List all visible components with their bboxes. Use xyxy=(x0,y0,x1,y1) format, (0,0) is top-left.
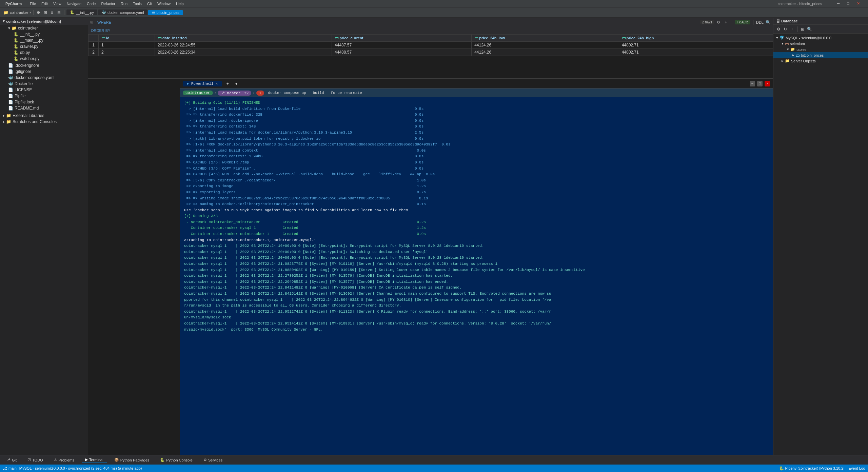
db-search-btn[interactable]: 🔍 xyxy=(806,26,812,32)
window-title: cointracker - bitcoin_prices xyxy=(775,1,825,6)
right-panel-header: 🗄 Database xyxy=(773,18,868,25)
tree-db[interactable]: ▾ 🗃 selenium xyxy=(773,41,868,46)
ps-maximize-btn[interactable]: □ xyxy=(757,81,763,86)
col-price-high[interactable]: 🗃 price_24h_high xyxy=(619,35,773,42)
file-crawler-py[interactable]: 🐍 crawler.py xyxy=(0,43,88,50)
tree-tables[interactable]: ▾ 📁 tables xyxy=(773,46,868,52)
cell-price-high-2[interactable]: 44802.71 xyxy=(619,49,773,56)
search-db-btn[interactable]: 🔍 xyxy=(765,19,771,25)
file-init-py[interactable]: 🐍 __init__.py xyxy=(0,31,88,37)
ps-command: docker compose up --build --force-recrea… xyxy=(268,91,362,95)
project-chevron-icon[interactable]: ▾ xyxy=(29,11,31,14)
tree-server[interactable]: ▾ 🐬 MySQL - selenium@0.0.0.0 xyxy=(773,35,868,41)
file-docker-compose[interactable]: 🐳 docker-compose.yaml xyxy=(0,75,88,81)
tab-git[interactable]: ⎇ Git xyxy=(3,457,20,463)
tree-bitcoin-prices[interactable]: ▸ 🗃 bitcoin_prices xyxy=(773,52,868,58)
cell-id-1[interactable]: 1 xyxy=(99,42,155,49)
tab-problems[interactable]: ⚠ Problems xyxy=(51,457,78,463)
terminal-line: => [internal] load build definition from… xyxy=(184,106,769,112)
tab-docker-compose[interactable]: 🐳 docker-compose.yaml xyxy=(98,9,147,15)
col-date[interactable]: 🗃 date_inserted xyxy=(155,35,332,42)
ps-dropdown-btn[interactable]: ▾ xyxy=(233,81,239,87)
cell-price-low-1[interactable]: 44124.26 xyxy=(472,42,619,49)
ps-tab-powershell[interactable]: ▶ PowerShell ✕ xyxy=(183,81,222,86)
tab-todo[interactable]: ☑ TODO xyxy=(24,457,46,463)
folder-cointracker[interactable]: ▾ 📁 cointracker xyxy=(0,25,88,31)
tab-init-py[interactable]: 🐍 __init__.py xyxy=(66,9,97,15)
file-pipfile-lock[interactable]: 📄 Pipfile.lock xyxy=(0,99,88,105)
col-price-current[interactable]: 🗃 price_current xyxy=(332,35,472,42)
layout-btn[interactable]: ⊞ xyxy=(42,9,48,16)
menu-view[interactable]: View xyxy=(51,1,64,6)
event-log-status[interactable]: Event Log xyxy=(848,466,865,470)
minimize-btn[interactable]: ─ xyxy=(834,1,843,6)
tab-python-console[interactable]: 🐍 Python Console xyxy=(157,457,196,463)
file-gitignore[interactable]: 📄 .gitignore xyxy=(0,68,88,75)
file-pipfile[interactable]: 📄 Pipfile xyxy=(0,93,88,99)
file-db-py[interactable]: 🐍 db.py xyxy=(0,50,88,56)
db-settings-btn[interactable]: ⚙ xyxy=(775,26,782,32)
tab-terminal[interactable]: ▶ Terminal xyxy=(82,457,107,463)
maximize-btn[interactable]: □ xyxy=(844,1,852,6)
menu-git[interactable]: Git xyxy=(144,1,155,6)
cell-price-current-2[interactable]: 44488.57 xyxy=(332,49,472,56)
file-dockerignore[interactable]: 📄 .dockerignore xyxy=(0,62,88,68)
menu-run[interactable]: Run xyxy=(118,1,130,6)
refresh-btn[interactable]: ↻ xyxy=(715,19,722,25)
terminal-line: cointracker-mysql-1 | 2022-03-26T22:24:1… xyxy=(184,243,769,249)
db-add-btn[interactable]: + xyxy=(789,26,795,32)
status-bar: ⎇ main MySQL - selenium@0.0.0.0 · synchr… xyxy=(0,465,868,472)
cell-price-low-2[interactable]: 44124.26 xyxy=(472,49,619,56)
ps-minimize-btn[interactable]: ─ xyxy=(750,81,755,86)
database-icon: 🗃 xyxy=(785,42,789,46)
git-status[interactable]: ⎇ main xyxy=(3,466,17,471)
menu-code[interactable]: Code xyxy=(84,1,98,6)
close-btn[interactable]: ✕ xyxy=(854,1,863,6)
menu-window[interactable]: Window xyxy=(155,1,173,6)
cell-date-1[interactable]: 2022-03-26 22:24:55 xyxy=(155,42,332,49)
cell-date-2[interactable]: 2022-03-26 22:25:34 xyxy=(155,49,332,56)
cell-price-high-1[interactable]: 44802.71 xyxy=(619,42,773,49)
db-filter-btn[interactable]: ⊞ xyxy=(800,26,806,32)
ddl-btn[interactable]: DDL xyxy=(756,20,764,24)
file-readme[interactable]: 📄 README.md xyxy=(0,105,88,111)
cell-price-current-1[interactable]: 44487.57 xyxy=(332,42,472,49)
ps-output[interactable]: [+] Building 6.1s (11/11) FINISHED => [i… xyxy=(180,97,773,455)
collapse-btn[interactable]: ⊟ xyxy=(56,9,62,16)
table-row[interactable]: 1 1 2022-03-26 22:24:55 44487.57 44124.2… xyxy=(88,42,773,49)
folder-scratches[interactable]: ▸ 📁 Scratches and Consoles xyxy=(0,119,88,125)
db-refresh-btn[interactable]: ↻ xyxy=(782,26,788,32)
folder-external-libraries[interactable]: ▸ 📁 External Libraries xyxy=(0,113,88,119)
col-price-low[interactable]: 🗃 price_24h_low xyxy=(472,35,619,42)
menu-refactor[interactable]: Refactor xyxy=(98,1,118,6)
col-id[interactable]: 🗃 id xyxy=(99,35,155,42)
python-env-status[interactable]: 🐍 Pipenv (cointracker) [Python 3.10.2] xyxy=(779,466,845,471)
menu-navigate[interactable]: Navigate xyxy=(64,1,84,6)
terminal-line: cointracker-mysql-1 | 2022-03-26T22:24:2… xyxy=(184,261,769,267)
menu-help[interactable]: Help xyxy=(173,1,186,6)
terminal-line: => [internal] load metadata for docker.i… xyxy=(184,130,769,136)
tab-bitcoin-prices[interactable]: 🗃 bitcoin_prices xyxy=(148,10,183,15)
python-file-icon-5: 🐍 xyxy=(14,56,19,61)
tree-server-objects[interactable]: ▸ 📁 Server Objects xyxy=(773,58,868,64)
menu-file[interactable]: File xyxy=(27,1,39,6)
file-dockerfile[interactable]: 🐳 Dockerfile xyxy=(0,81,88,87)
file-license[interactable]: 📄 LICENSE xyxy=(0,87,88,93)
file-watcher-py[interactable]: 🐍 watcher.py xyxy=(0,56,88,62)
table-row[interactable]: 2 2 2022-03-26 22:25:34 44488.57 44124.2… xyxy=(88,49,773,56)
ps-branch-status: ±2 xyxy=(244,91,249,95)
add-row-btn[interactable]: + xyxy=(723,19,729,25)
packages-icon: 📦 xyxy=(114,458,119,462)
main-toolbar: 📁 cointracker ▾ ⚙ ⊞ ≡ ⊟ 🐍 __init__.py 🐳 … xyxy=(0,7,868,18)
tab-services[interactable]: ⚙ Services xyxy=(200,457,226,463)
file-main-py[interactable]: 🐍 __main__.py xyxy=(0,37,88,43)
menu-tools[interactable]: Tools xyxy=(130,1,144,6)
ps-close-btn[interactable]: ✕ xyxy=(765,81,770,86)
ps-add-tab-btn[interactable]: + xyxy=(224,81,231,87)
tab-python-packages[interactable]: 📦 Python Packages xyxy=(111,457,153,463)
ps-close-icon[interactable]: ✕ xyxy=(216,81,218,86)
menu-edit[interactable]: Edit xyxy=(39,1,51,6)
settings-btn[interactable]: ⚙ xyxy=(36,9,42,16)
cell-id-2[interactable]: 2 xyxy=(99,49,155,56)
sort-btn[interactable]: ≡ xyxy=(49,9,55,16)
